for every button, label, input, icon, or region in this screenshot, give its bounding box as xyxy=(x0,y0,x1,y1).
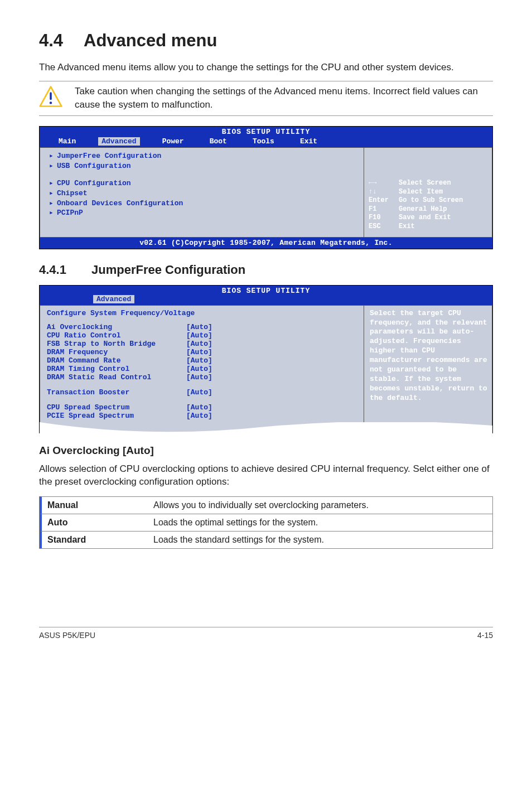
legend-text: Select Item xyxy=(399,188,443,197)
bios-setting-label: CPU Ratio Control xyxy=(47,331,186,340)
legend-text: General Help xyxy=(399,205,447,214)
bios-setting-row[interactable]: Ai Overclocking[Auto] xyxy=(47,323,357,331)
bios-item-jumperfree[interactable]: ▸JumperFree Configuration xyxy=(40,151,364,161)
bios-right-panel: ←→Select Screen ↑↓Select Item EnterGo to… xyxy=(364,147,492,237)
bios-setting-value: [Auto] xyxy=(186,323,212,331)
bios-setting-label: DRAM Timing Control xyxy=(47,365,186,373)
section-intro: The Advanced menu items allow you to cha… xyxy=(39,61,493,74)
bios-item-pcipnp[interactable]: ▸PCIPnP xyxy=(40,208,364,218)
bios-left-panel: ▸JumperFree Configuration ▸USB Configura… xyxy=(40,147,364,237)
section-number: 4.4 xyxy=(39,31,84,51)
footer-product: ASUS P5K/EPU xyxy=(39,631,95,640)
bios-tab-advanced[interactable]: Advanced xyxy=(98,137,139,146)
section-heading: 4.4Advanced menu xyxy=(39,31,493,51)
legend-key: ESC xyxy=(369,223,399,231)
submenu-arrow-icon: ▸ xyxy=(49,208,57,218)
bios-item-label: CPU Configuration xyxy=(57,178,131,189)
bios-setting-value: [Auto] xyxy=(186,388,212,397)
option-desc: Loads the standard settings for the syst… xyxy=(153,535,487,545)
bios-setting-label: DRAM Frequency xyxy=(47,348,186,356)
option-key: Auto xyxy=(47,518,153,528)
legend-key: F10 xyxy=(369,214,399,223)
option-desc: Allows you to individually set overclock… xyxy=(153,500,487,510)
bios-item-label: USB Configuration xyxy=(57,161,131,171)
bios-setting-row[interactable]: DRAM Static Read Control[Auto] xyxy=(47,373,357,381)
legend-text: Save and Exit xyxy=(399,214,451,223)
bios-setting-row[interactable]: DRAM Command Rate[Auto] xyxy=(47,356,357,365)
bios-setting-label: DRAM Static Read Control xyxy=(47,373,186,381)
bios-setting-label: FSB Strap to North Bridge xyxy=(47,340,186,348)
option-key: Standard xyxy=(47,535,153,545)
options-table: Manual Allows you to individually set ov… xyxy=(39,496,493,549)
bios-screenshot-advanced: BIOS SETUP UTILITY Main Advanced Power B… xyxy=(39,126,493,249)
table-row: Auto Loads the optimal settings for the … xyxy=(40,514,492,531)
legend-key: ←→ xyxy=(369,179,399,188)
bios-setting-row[interactable]: DRAM Timing Control[Auto] xyxy=(47,365,357,373)
bios-setting-value: [Auto] xyxy=(186,403,212,412)
legend-key: F1 xyxy=(369,205,399,214)
bios-setting-value: [Auto] xyxy=(186,348,212,356)
bios-item-usb[interactable]: ▸USB Configuration xyxy=(40,161,364,171)
option-key: Manual xyxy=(47,500,153,510)
bios-setting-value: [Auto] xyxy=(186,365,212,373)
bios-item-onboard[interactable]: ▸Onboard Devices Configuration xyxy=(40,199,364,209)
submenu-arrow-icon: ▸ xyxy=(49,151,57,161)
bios-tab-power[interactable]: Power xyxy=(159,137,187,146)
bios-setting-label: DRAM Command Rate xyxy=(47,356,186,365)
divider xyxy=(39,115,493,116)
bios-setting-row[interactable]: DRAM Frequency[Auto] xyxy=(47,348,357,356)
bios-setting-row[interactable]: Transaction Booster[Auto] xyxy=(47,388,357,397)
bios-tabs: Main Advanced Power Boot Tools Exit xyxy=(40,137,492,147)
table-row: Manual Allows you to individually set ov… xyxy=(40,496,492,514)
submenu-arrow-icon: ▸ xyxy=(49,161,57,171)
legend-text: Select Screen xyxy=(399,179,451,188)
option-desc: Loads the optimal settings for the syste… xyxy=(153,518,487,528)
option-description: Allows selection of CPU overclocking opt… xyxy=(39,462,493,489)
bios-tabs: Advanced xyxy=(40,295,492,305)
bios-setting-row[interactable]: CPU Spread Spectrum[Auto] xyxy=(47,403,357,412)
submenu-arrow-icon: ▸ xyxy=(49,189,57,199)
bios-setting-value: [Auto] xyxy=(186,331,212,340)
legend-text: Go to Sub Screen xyxy=(399,196,463,205)
bios-setting-row[interactable]: FSB Strap to North Bridge[Auto] xyxy=(47,340,357,348)
bios-setting-label: Ai Overclocking xyxy=(47,323,186,331)
subsection-number: 4.4.1 xyxy=(39,263,91,277)
bios-item-chipset[interactable]: ▸Chipset xyxy=(40,189,364,199)
bios-header: BIOS SETUP UTILITY xyxy=(40,127,492,137)
bios-tab-tools[interactable]: Tools xyxy=(249,137,278,146)
caution-block: Take caution when changing the settings … xyxy=(39,81,493,116)
table-row: Standard Loads the standard settings for… xyxy=(40,531,492,548)
bios-setting-label: PCIE Spread Spectrum xyxy=(47,412,186,420)
page-footer: ASUS P5K/EPU 4-15 xyxy=(39,627,493,640)
bios-setting-row[interactable]: PCIE Spread Spectrum[Auto] xyxy=(47,412,357,420)
bios-setting-row[interactable]: CPU Ratio Control[Auto] xyxy=(47,331,357,340)
bios-legend: ←→Select Screen ↑↓Select Item EnterGo to… xyxy=(369,179,487,231)
bios-left-panel: Configure System Frequency/Voltage Ai Ov… xyxy=(40,305,364,433)
svg-rect-1 xyxy=(50,92,52,100)
bios-item-label: JumperFree Configuration xyxy=(57,151,161,161)
subsection-title: JumperFree Configuration xyxy=(91,263,245,277)
subsection-heading: 4.4.1JumperFree Configuration xyxy=(39,263,493,277)
panel-title: Configure System Frequency/Voltage xyxy=(47,309,357,317)
bios-setting-value: [Auto] xyxy=(186,412,212,420)
bios-screenshot-jumperfree: BIOS SETUP UTILITY Advanced Configure Sy… xyxy=(39,285,493,433)
svg-point-2 xyxy=(50,102,52,104)
bios-right-panel: Select the target CPU frequency, and the… xyxy=(364,305,492,433)
bios-item-cpu[interactable]: ▸CPU Configuration xyxy=(40,178,364,189)
bios-tab-exit[interactable]: Exit xyxy=(297,137,321,146)
bios-copyright: v02.61 (C)Copyright 1985-2007, American … xyxy=(40,238,492,249)
bios-item-label: PCIPnP xyxy=(57,208,83,218)
bios-item-label: Chipset xyxy=(57,189,88,199)
bios-tab-boot[interactable]: Boot xyxy=(206,137,230,146)
option-heading: Ai Overclocking [Auto] xyxy=(39,445,493,457)
submenu-arrow-icon: ▸ xyxy=(49,178,57,189)
bios-tab-main[interactable]: Main xyxy=(55,137,79,146)
bios-setting-value: [Auto] xyxy=(186,340,212,348)
bios-help-text: Select the target CPU frequency, and the… xyxy=(370,309,487,403)
legend-key: ↑↓ xyxy=(369,188,399,197)
bios-tab-advanced[interactable]: Advanced xyxy=(93,295,134,303)
bios-item-label: Onboard Devices Configuration xyxy=(57,199,183,209)
bios-header: BIOS SETUP UTILITY xyxy=(40,286,492,295)
bios-setting-label: CPU Spread Spectrum xyxy=(47,403,186,412)
bios-setting-value: [Auto] xyxy=(186,356,212,365)
